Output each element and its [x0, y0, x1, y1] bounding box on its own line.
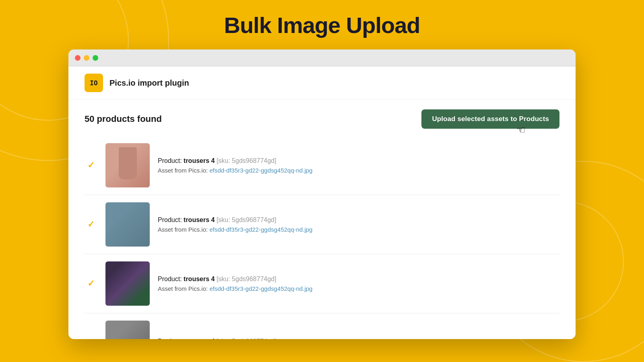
product-name: trousers 4 — [184, 157, 215, 164]
product-info: Product: trousers 4 [sku: 5gds968774gd] … — [158, 157, 559, 174]
product-name: trousers 4 — [184, 276, 215, 282]
asset-row: Asset from Pics.io: efsdd-df35r3-gd22-gg… — [158, 285, 559, 292]
plugin-name: Pics.io import plugin — [109, 78, 189, 88]
checkbox-checked-icon[interactable]: ✓ — [86, 160, 96, 170]
product-item: ✓ Product: trousers 4 [sku: 5gds968774gd… — [85, 195, 559, 254]
checkbox-area[interactable]: ✓ — [85, 279, 97, 288]
product-name: trousers 4 — [184, 338, 215, 339]
window-content: IO Pics.io import plugin 50 products fou… — [68, 66, 576, 339]
product-title: Product: trousers 4 [sku: 5gds968774gd] — [158, 276, 559, 283]
asset-link[interactable]: efsdd-df35r3-gd22-ggdsg452qq-nd.jpg — [209, 167, 312, 174]
product-label: Product: — [158, 216, 182, 223]
app-window: IO Pics.io import plugin 50 products fou… — [68, 49, 576, 339]
product-title: Product: trousers 4 [sku: 5gds968774gd] — [158, 157, 559, 165]
product-item: ✓ Product: trousers 4 [sku: 5gds968774gd… — [85, 313, 559, 339]
product-label: Product: — [158, 338, 182, 339]
product-label: Product: — [158, 276, 182, 282]
product-sku: [sku: 5gds968774gd] — [217, 216, 277, 223]
product-image — [105, 261, 150, 306]
checkbox-area[interactable]: ✓ — [85, 160, 97, 170]
product-sku: [sku: 5gds968774gd] — [217, 338, 277, 339]
checkbox-area[interactable]: ✓ — [85, 338, 97, 339]
plugin-logo: IO — [85, 74, 103, 92]
product-info: Product: trousers 4 [sku: 5gds968774gd] … — [158, 276, 559, 292]
products-count: 50 products found — [85, 114, 162, 124]
product-name: trousers 4 — [184, 216, 215, 223]
product-title: Product: trousers 4 [sku: 5gds968774gd] — [158, 216, 559, 224]
asset-link[interactable]: efsdd-df35r3-gd22-ggdsg452qq-nd.jpg — [209, 285, 312, 292]
product-image — [105, 202, 150, 247]
product-item: ✓ Product: trousers 4 [sku: 5gds968774gd… — [85, 136, 559, 195]
checkbox-checked-icon[interactable]: ✓ — [86, 338, 96, 339]
product-title: Product: trousers 4 [sku: 5gds968774gd] — [158, 338, 559, 339]
asset-link[interactable]: efsdd-df35r3-gd22-ggdsg452qq-nd.jpg — [209, 226, 312, 233]
close-button[interactable] — [75, 55, 80, 61]
product-item: ✓ Product: trousers 4 [sku: 5gds968774gd… — [85, 254, 559, 313]
page-title: Bulk Image Upload — [0, 0, 644, 49]
product-info: Product: trousers 4 [sku: 5gds968774gd] … — [158, 216, 559, 233]
product-image — [105, 143, 150, 187]
product-label: Product: — [158, 157, 182, 164]
asset-label: Asset from Pics.io: — [158, 167, 208, 174]
minimize-button[interactable] — [84, 55, 89, 61]
asset-row: Asset from Pics.io: efsdd-df35r3-gd22-gg… — [158, 226, 559, 233]
asset-label: Asset from Pics.io: — [158, 226, 208, 233]
product-list: ✓ Product: trousers 4 [sku: 5gds968774gd… — [68, 136, 576, 339]
product-info: Product: trousers 4 [sku: 5gds968774gd] — [158, 338, 559, 339]
maximize-button[interactable] — [93, 55, 98, 61]
product-image — [105, 321, 150, 339]
products-header: 50 products found Upload selected assets… — [68, 100, 576, 136]
plugin-header: IO Pics.io import plugin — [68, 66, 576, 100]
checkbox-area[interactable]: ✓ — [85, 220, 97, 229]
asset-row: Asset from Pics.io: efsdd-df35r3-gd22-gg… — [158, 167, 559, 174]
checkbox-checked-icon[interactable]: ✓ — [86, 220, 96, 229]
window-titlebar — [68, 49, 576, 66]
asset-label: Asset from Pics.io: — [158, 285, 208, 292]
upload-selected-assets-button[interactable]: Upload selected assets to Products — [421, 109, 559, 129]
product-sku: [sku: 5gds968774gd] — [217, 157, 277, 164]
checkbox-checked-icon[interactable]: ✓ — [86, 279, 96, 288]
product-sku: [sku: 5gds968774gd] — [217, 276, 277, 282]
